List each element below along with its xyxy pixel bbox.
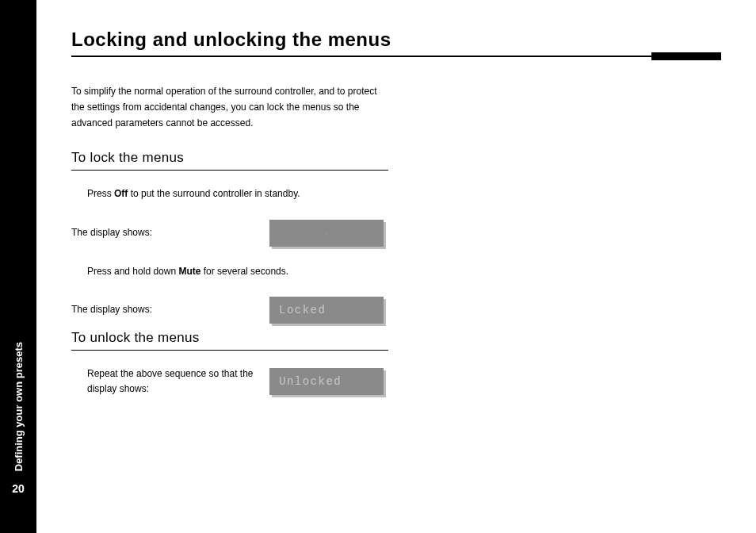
page-number: 20 (12, 482, 25, 495)
section-heading-lock: To lock the menus (71, 150, 388, 166)
step-bold: Mute (178, 266, 200, 277)
lcd-display-unlocked: Unlocked (269, 368, 384, 395)
page-title: Locking and unlocking the menus (71, 29, 721, 51)
lcd-dot: . (324, 230, 328, 236)
lcd-display-locked: Locked (269, 297, 384, 324)
step-unlock: Repeat the above sequence so that the di… (87, 366, 269, 397)
title-rule (71, 56, 721, 57)
step-lock-1: Press Off to put the surround controller… (87, 186, 388, 201)
section-rule (71, 350, 388, 351)
title-rule-accent (651, 52, 721, 60)
page-content: Locking and unlocking the menus To simpl… (36, 0, 756, 533)
display-row-2: The display shows: Locked (71, 297, 388, 324)
lcd-display-standby: . (269, 220, 384, 247)
step-text: for several seconds. (200, 266, 288, 277)
step-bold: Off (114, 188, 128, 199)
step-text: to put the surround controller in standb… (128, 188, 300, 199)
section-heading-unlock: To unlock the menus (71, 330, 388, 346)
display-label: The display shows: (71, 225, 269, 240)
step-text: Press (87, 188, 114, 199)
step-lock-2: Press and hold down Mute for several sec… (87, 264, 388, 279)
display-row-3: Repeat the above sequence so that the di… (71, 366, 388, 397)
section-rule (71, 170, 388, 171)
chapter-label: Defining your own presets (13, 342, 25, 471)
document-page: Defining your own presets 20 Locking and… (0, 0, 756, 533)
text-column: To simplify the normal operation of the … (71, 84, 388, 397)
display-row-1: The display shows: . (71, 220, 388, 247)
intro-paragraph: To simplify the normal operation of the … (71, 84, 388, 131)
step-text: Press and hold down (87, 266, 178, 277)
sidebar: Defining your own presets 20 (0, 0, 36, 533)
display-label: The display shows: (71, 302, 269, 317)
